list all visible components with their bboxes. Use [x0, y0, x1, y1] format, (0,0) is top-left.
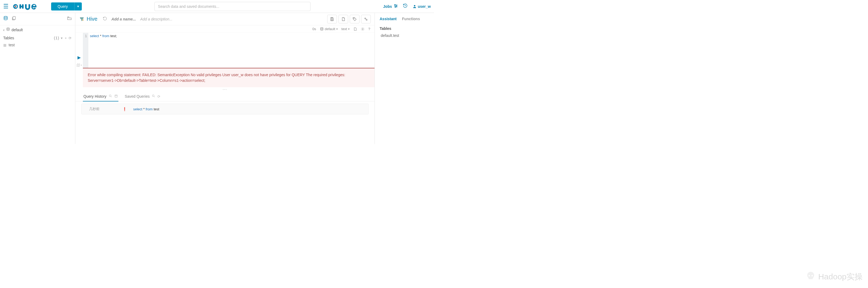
tab-saved-queries[interactable]: Saved Queries ⟳ — [124, 91, 161, 101]
breadcrumb-back-icon[interactable]: ‹ — [3, 28, 5, 32]
settings-button[interactable] — [361, 15, 371, 23]
engine-selector[interactable]: Hive — [79, 16, 97, 22]
gear-icon[interactable] — [361, 27, 365, 31]
help-icon[interactable]: ? — [368, 27, 370, 31]
table-item[interactable]: ▦ test — [0, 42, 75, 48]
svg-point-24 — [362, 29, 363, 30]
sliders-icon — [394, 4, 398, 9]
svg-line-22 — [366, 19, 367, 19]
documents-icon[interactable] — [11, 16, 16, 22]
status-warning-icon: ❗ — [122, 107, 127, 111]
tables-heading: Tables — [3, 36, 14, 40]
svg-rect-17 — [331, 18, 333, 18]
history-sql: select * from test — [133, 107, 159, 111]
add-table-icon[interactable]: + — [65, 36, 67, 40]
svg-line-32 — [154, 96, 155, 97]
sql-editor[interactable]: 1 select * from test; — [83, 33, 375, 68]
run-query-button[interactable]: ▶ — [78, 55, 81, 60]
filter-icon[interactable]: ▾ — [61, 36, 63, 40]
editor-history-icon[interactable] — [103, 17, 107, 22]
svg-point-10 — [396, 6, 397, 6]
svg-point-23 — [320, 27, 323, 29]
tables-count: (1) — [54, 36, 59, 40]
resize-handle[interactable]: ••• — [75, 87, 375, 91]
svg-point-31 — [152, 95, 154, 97]
history-icon[interactable] — [403, 3, 408, 9]
new-doc-button[interactable] — [339, 15, 348, 23]
svg-point-13 — [4, 17, 7, 18]
database-icon — [6, 27, 10, 32]
svg-point-25 — [109, 95, 111, 97]
engine-label: Hive — [87, 16, 97, 22]
assistant-table-item[interactable]: default.test — [375, 32, 434, 39]
svg-rect-18 — [331, 19, 333, 21]
editor-gutter: 1 — [83, 33, 88, 68]
global-search-input[interactable] — [154, 2, 310, 11]
hamburger-icon[interactable]: ☰ — [3, 3, 9, 10]
svg-point-5 — [15, 6, 17, 7]
svg-point-16 — [82, 19, 84, 21]
db-selector[interactable]: default▾ — [320, 27, 338, 31]
table-name: test — [9, 43, 15, 47]
search-icon[interactable] — [152, 94, 155, 98]
tab-query-history[interactable]: Query History — [83, 91, 118, 101]
refresh-tables-icon[interactable]: ⟳ — [69, 36, 72, 40]
svg-point-9 — [395, 5, 395, 5]
refresh-icon[interactable]: ⟳ — [157, 94, 160, 98]
svg-line-26 — [111, 96, 112, 97]
user-menu[interactable]: user_w — [412, 4, 431, 9]
breadcrumb-db-name[interactable]: default — [11, 28, 23, 32]
svg-point-11 — [395, 7, 396, 7]
svg-rect-4 — [19, 6, 23, 7]
assistant-tables-heading: Tables — [375, 25, 434, 32]
calendar-icon[interactable] — [114, 94, 118, 98]
table-icon: ▦ — [3, 43, 6, 47]
database-sources-icon[interactable] — [3, 16, 8, 22]
folder-open-icon[interactable] — [67, 16, 72, 22]
explain-button[interactable]: ▾ — [76, 63, 82, 67]
functions-tab[interactable]: Functions — [402, 17, 420, 21]
svg-rect-27 — [115, 95, 117, 97]
doc-icon[interactable] — [353, 27, 357, 31]
svg-point-12 — [414, 5, 415, 6]
search-icon[interactable] — [109, 94, 112, 98]
svg-rect-14 — [13, 17, 16, 19]
user-label: user_w — [418, 4, 431, 9]
elapsed-time: 0s — [312, 27, 316, 31]
svg-point-19 — [353, 18, 354, 19]
query-dropdown-caret[interactable]: ▾ — [74, 2, 82, 10]
tag-button[interactable] — [350, 15, 360, 23]
error-message: Error while compiling statement: FAILED:… — [83, 68, 375, 87]
query-name-input[interactable]: Add a name... — [112, 17, 136, 21]
jobs-label: Jobs — [383, 4, 392, 9]
history-row[interactable]: 几秒前 ❗ select * from test — [81, 104, 369, 114]
svg-point-15 — [7, 28, 9, 29]
query-description-input[interactable]: Add a description... — [140, 17, 173, 21]
hue-logo[interactable] — [12, 3, 39, 10]
assistant-tab[interactable]: Assistant — [380, 17, 397, 21]
jobs-link[interactable]: Jobs — [383, 4, 398, 9]
format-selector[interactable]: text▾ — [341, 27, 349, 31]
query-button[interactable]: Query — [51, 2, 74, 10]
history-time: 几秒前 — [89, 107, 116, 111]
save-button[interactable] — [327, 15, 337, 23]
sql-code[interactable]: select * from test; — [88, 33, 375, 68]
